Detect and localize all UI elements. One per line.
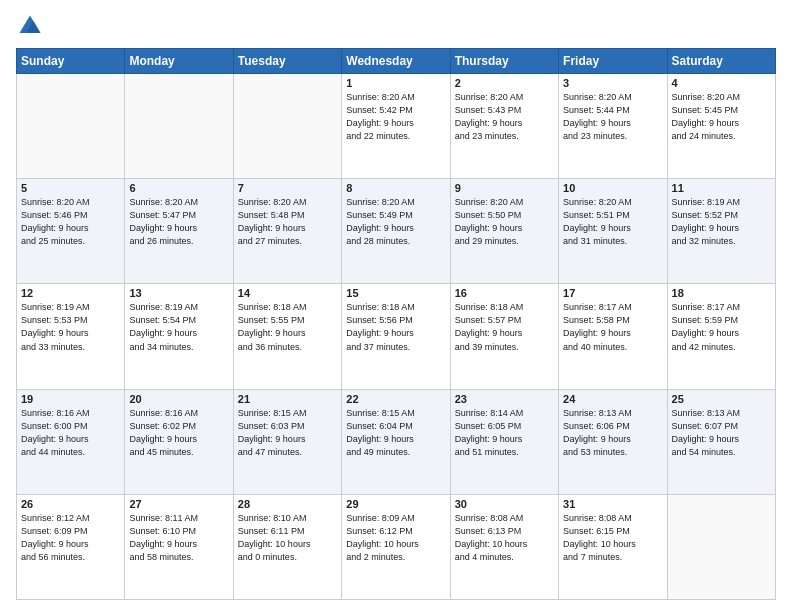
day-info: Sunrise: 8:19 AM Sunset: 5:53 PM Dayligh…: [21, 301, 120, 353]
day-info: Sunrise: 8:20 AM Sunset: 5:42 PM Dayligh…: [346, 91, 445, 143]
calendar-cell: 17Sunrise: 8:17 AM Sunset: 5:58 PM Dayli…: [559, 284, 667, 389]
day-number: 1: [346, 77, 445, 89]
day-info: Sunrise: 8:20 AM Sunset: 5:49 PM Dayligh…: [346, 196, 445, 248]
page: SundayMondayTuesdayWednesdayThursdayFrid…: [0, 0, 792, 612]
day-info: Sunrise: 8:18 AM Sunset: 5:57 PM Dayligh…: [455, 301, 554, 353]
day-number: 26: [21, 498, 120, 510]
day-number: 13: [129, 287, 228, 299]
calendar-cell: 9Sunrise: 8:20 AM Sunset: 5:50 PM Daylig…: [450, 179, 558, 284]
day-info: Sunrise: 8:15 AM Sunset: 6:04 PM Dayligh…: [346, 407, 445, 459]
calendar-cell: 27Sunrise: 8:11 AM Sunset: 6:10 PM Dayli…: [125, 494, 233, 599]
calendar-cell: 22Sunrise: 8:15 AM Sunset: 6:04 PM Dayli…: [342, 389, 450, 494]
calendar-cell: 18Sunrise: 8:17 AM Sunset: 5:59 PM Dayli…: [667, 284, 775, 389]
calendar-cell: 10Sunrise: 8:20 AM Sunset: 5:51 PM Dayli…: [559, 179, 667, 284]
day-info: Sunrise: 8:16 AM Sunset: 6:00 PM Dayligh…: [21, 407, 120, 459]
calendar-cell: 3Sunrise: 8:20 AM Sunset: 5:44 PM Daylig…: [559, 74, 667, 179]
day-header-monday: Monday: [125, 49, 233, 74]
header: [16, 12, 776, 40]
day-info: Sunrise: 8:20 AM Sunset: 5:47 PM Dayligh…: [129, 196, 228, 248]
calendar-cell: 31Sunrise: 8:08 AM Sunset: 6:15 PM Dayli…: [559, 494, 667, 599]
calendar-cell: 12Sunrise: 8:19 AM Sunset: 5:53 PM Dayli…: [17, 284, 125, 389]
calendar-week-row: 19Sunrise: 8:16 AM Sunset: 6:00 PM Dayli…: [17, 389, 776, 494]
calendar-cell: 5Sunrise: 8:20 AM Sunset: 5:46 PM Daylig…: [17, 179, 125, 284]
calendar-cell: [233, 74, 341, 179]
day-number: 10: [563, 182, 662, 194]
day-number: 20: [129, 393, 228, 405]
calendar-cell: [17, 74, 125, 179]
day-number: 3: [563, 77, 662, 89]
day-info: Sunrise: 8:14 AM Sunset: 6:05 PM Dayligh…: [455, 407, 554, 459]
calendar-week-row: 5Sunrise: 8:20 AM Sunset: 5:46 PM Daylig…: [17, 179, 776, 284]
calendar-cell: 21Sunrise: 8:15 AM Sunset: 6:03 PM Dayli…: [233, 389, 341, 494]
calendar-cell: [125, 74, 233, 179]
day-number: 14: [238, 287, 337, 299]
calendar-cell: 13Sunrise: 8:19 AM Sunset: 5:54 PM Dayli…: [125, 284, 233, 389]
day-info: Sunrise: 8:15 AM Sunset: 6:03 PM Dayligh…: [238, 407, 337, 459]
day-header-sunday: Sunday: [17, 49, 125, 74]
calendar-cell: 14Sunrise: 8:18 AM Sunset: 5:55 PM Dayli…: [233, 284, 341, 389]
calendar-table: SundayMondayTuesdayWednesdayThursdayFrid…: [16, 48, 776, 600]
day-number: 30: [455, 498, 554, 510]
day-info: Sunrise: 8:19 AM Sunset: 5:52 PM Dayligh…: [672, 196, 771, 248]
day-number: 29: [346, 498, 445, 510]
day-number: 25: [672, 393, 771, 405]
logo-icon: [16, 12, 44, 40]
day-number: 12: [21, 287, 120, 299]
calendar-cell: 15Sunrise: 8:18 AM Sunset: 5:56 PM Dayli…: [342, 284, 450, 389]
day-info: Sunrise: 8:08 AM Sunset: 6:13 PM Dayligh…: [455, 512, 554, 564]
calendar-cell: 24Sunrise: 8:13 AM Sunset: 6:06 PM Dayli…: [559, 389, 667, 494]
day-number: 17: [563, 287, 662, 299]
day-info: Sunrise: 8:08 AM Sunset: 6:15 PM Dayligh…: [563, 512, 662, 564]
day-number: 4: [672, 77, 771, 89]
calendar-cell: 29Sunrise: 8:09 AM Sunset: 6:12 PM Dayli…: [342, 494, 450, 599]
day-info: Sunrise: 8:13 AM Sunset: 6:07 PM Dayligh…: [672, 407, 771, 459]
day-number: 8: [346, 182, 445, 194]
day-number: 28: [238, 498, 337, 510]
calendar-cell: 16Sunrise: 8:18 AM Sunset: 5:57 PM Dayli…: [450, 284, 558, 389]
day-number: 27: [129, 498, 228, 510]
calendar-cell: 4Sunrise: 8:20 AM Sunset: 5:45 PM Daylig…: [667, 74, 775, 179]
calendar-cell: 25Sunrise: 8:13 AM Sunset: 6:07 PM Dayli…: [667, 389, 775, 494]
calendar-cell: 11Sunrise: 8:19 AM Sunset: 5:52 PM Dayli…: [667, 179, 775, 284]
day-info: Sunrise: 8:13 AM Sunset: 6:06 PM Dayligh…: [563, 407, 662, 459]
day-info: Sunrise: 8:20 AM Sunset: 5:45 PM Dayligh…: [672, 91, 771, 143]
calendar-cell: 26Sunrise: 8:12 AM Sunset: 6:09 PM Dayli…: [17, 494, 125, 599]
day-number: 5: [21, 182, 120, 194]
day-info: Sunrise: 8:20 AM Sunset: 5:44 PM Dayligh…: [563, 91, 662, 143]
day-info: Sunrise: 8:20 AM Sunset: 5:51 PM Dayligh…: [563, 196, 662, 248]
day-header-wednesday: Wednesday: [342, 49, 450, 74]
day-header-saturday: Saturday: [667, 49, 775, 74]
day-info: Sunrise: 8:10 AM Sunset: 6:11 PM Dayligh…: [238, 512, 337, 564]
calendar-week-row: 12Sunrise: 8:19 AM Sunset: 5:53 PM Dayli…: [17, 284, 776, 389]
calendar-cell: 19Sunrise: 8:16 AM Sunset: 6:00 PM Dayli…: [17, 389, 125, 494]
day-info: Sunrise: 8:12 AM Sunset: 6:09 PM Dayligh…: [21, 512, 120, 564]
day-info: Sunrise: 8:18 AM Sunset: 5:56 PM Dayligh…: [346, 301, 445, 353]
day-header-thursday: Thursday: [450, 49, 558, 74]
day-number: 7: [238, 182, 337, 194]
calendar-cell: 30Sunrise: 8:08 AM Sunset: 6:13 PM Dayli…: [450, 494, 558, 599]
calendar-cell: 7Sunrise: 8:20 AM Sunset: 5:48 PM Daylig…: [233, 179, 341, 284]
day-number: 16: [455, 287, 554, 299]
calendar-cell: 8Sunrise: 8:20 AM Sunset: 5:49 PM Daylig…: [342, 179, 450, 284]
day-number: 18: [672, 287, 771, 299]
day-info: Sunrise: 8:11 AM Sunset: 6:10 PM Dayligh…: [129, 512, 228, 564]
day-info: Sunrise: 8:09 AM Sunset: 6:12 PM Dayligh…: [346, 512, 445, 564]
day-info: Sunrise: 8:18 AM Sunset: 5:55 PM Dayligh…: [238, 301, 337, 353]
day-info: Sunrise: 8:17 AM Sunset: 5:59 PM Dayligh…: [672, 301, 771, 353]
day-number: 31: [563, 498, 662, 510]
day-info: Sunrise: 8:17 AM Sunset: 5:58 PM Dayligh…: [563, 301, 662, 353]
day-header-tuesday: Tuesday: [233, 49, 341, 74]
day-header-friday: Friday: [559, 49, 667, 74]
logo: [16, 12, 48, 40]
day-info: Sunrise: 8:20 AM Sunset: 5:43 PM Dayligh…: [455, 91, 554, 143]
day-number: 11: [672, 182, 771, 194]
day-info: Sunrise: 8:20 AM Sunset: 5:48 PM Dayligh…: [238, 196, 337, 248]
calendar-week-row: 26Sunrise: 8:12 AM Sunset: 6:09 PM Dayli…: [17, 494, 776, 599]
calendar-week-row: 1Sunrise: 8:20 AM Sunset: 5:42 PM Daylig…: [17, 74, 776, 179]
day-number: 22: [346, 393, 445, 405]
calendar-cell: 2Sunrise: 8:20 AM Sunset: 5:43 PM Daylig…: [450, 74, 558, 179]
calendar-header-row: SundayMondayTuesdayWednesdayThursdayFrid…: [17, 49, 776, 74]
calendar-cell: 28Sunrise: 8:10 AM Sunset: 6:11 PM Dayli…: [233, 494, 341, 599]
day-number: 15: [346, 287, 445, 299]
day-number: 6: [129, 182, 228, 194]
